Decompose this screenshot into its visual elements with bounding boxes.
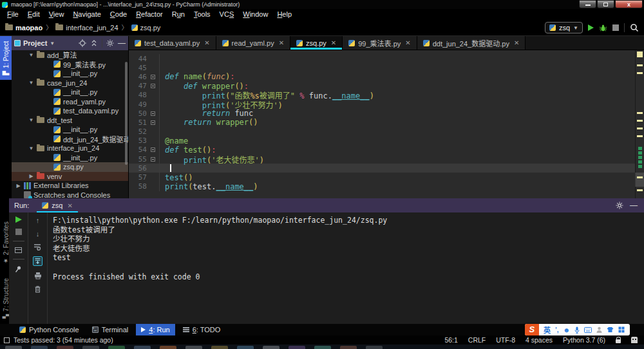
locate-file-icon[interactable] <box>79 39 86 47</box>
menu-item-vcs[interactable]: VCS <box>215 9 239 19</box>
breadcrumb-item-interface_jun_24[interactable]: interface_jun_24 <box>55 24 118 32</box>
tree-item-test_data.yaml.py[interactable]: test_data.yaml.py <box>12 106 128 116</box>
close-icon[interactable]: ✕ <box>514 39 519 46</box>
line-number[interactable]: 48 <box>129 91 151 99</box>
ime-skin-icon[interactable] <box>607 326 614 333</box>
tree-item-__init__.py[interactable]: __init__.py <box>12 69 128 79</box>
close-icon[interactable]: ✕ <box>331 39 336 46</box>
status-caret-position[interactable]: 56:1 <box>444 336 457 344</box>
menu-item-navigate[interactable]: Navigate <box>68 9 105 19</box>
code-line-44[interactable]: 44 <box>129 54 635 63</box>
soft-wrap-icon[interactable] <box>33 243 42 250</box>
menu-item-help[interactable]: Help <box>272 9 296 19</box>
status-line-ending[interactable]: CRLF <box>468 336 486 344</box>
line-number[interactable]: 44 <box>129 55 151 63</box>
line-number[interactable]: 52 <box>129 127 151 136</box>
fold-marker-icon[interactable] <box>151 111 155 116</box>
toolwindow-button-terminal[interactable]: Terminal <box>87 324 134 335</box>
close-icon[interactable]: ✕ <box>67 202 72 209</box>
code-line-51[interactable]: 51 return wrapper() <box>129 118 635 127</box>
ime-language-toggle[interactable]: 英 <box>544 325 551 335</box>
menu-item-file[interactable]: File <box>3 9 23 19</box>
line-number[interactable]: 49 <box>129 100 151 109</box>
run-button[interactable] <box>588 24 594 31</box>
tree-item-read_yaml.py[interactable]: read_yaml.py <box>12 97 128 107</box>
tree-item-venv[interactable]: ▶venv <box>12 172 128 182</box>
close-icon[interactable]: ✕ <box>279 39 284 46</box>
tree-expand-icon[interactable]: ▶ <box>28 173 34 179</box>
toolwindow-button-python-console[interactable]: Python Console <box>14 324 84 335</box>
restore-button[interactable] <box>597 0 614 8</box>
print-icon[interactable] <box>34 272 42 279</box>
tree-item-External Libraries[interactable]: ▶External Libraries <box>12 181 128 191</box>
code-line-45[interactable]: 45 <box>129 63 635 72</box>
run-console-output[interactable]: F:\install\python\python.exe F:/learn/py… <box>48 212 644 324</box>
tree-collapse-icon[interactable]: ▼ <box>28 117 34 123</box>
line-number[interactable]: 57 <box>129 173 151 182</box>
code-line-58[interactable]: 58print(test.__name__) <box>129 182 635 191</box>
tool-strip-project[interactable]: ▛ 1: Project <box>0 36 12 80</box>
menu-item-window[interactable]: Window <box>238 9 272 19</box>
editor-tab-zsq.py[interactable]: zsq.py✕ <box>290 36 343 50</box>
code-line-56[interactable]: 56 <box>129 164 635 173</box>
tree-item-Scratches and Consoles[interactable]: Scratches and Consoles <box>12 191 128 199</box>
ime-mic-icon[interactable] <box>574 326 580 334</box>
up-stacktrace-icon[interactable]: ↑ <box>36 216 40 224</box>
line-number[interactable]: 50 <box>129 109 151 118</box>
menu-item-edit[interactable]: Edit <box>23 9 44 19</box>
close-button[interactable]: x <box>615 0 643 8</box>
tree-item-ddt_test[interactable]: ▼ddt_test <box>12 116 128 126</box>
tree-item-add_算法[interactable]: ▼add_算法 <box>12 50 128 60</box>
tree-item-ddt_jun_24_数据驱动.py[interactable]: ddt_jun_24_数据驱动.py <box>12 135 128 144</box>
search-icon[interactable] <box>630 23 639 32</box>
editor-tab-read_yaml.py[interactable]: read_yaml.py✕ <box>216 36 290 50</box>
menu-item-view[interactable]: View <box>44 9 69 19</box>
down-stacktrace-icon[interactable]: ↓ <box>36 230 40 238</box>
line-number[interactable]: 45 <box>129 64 151 72</box>
pin-icon[interactable] <box>15 265 22 273</box>
chevron-down-icon[interactable]: ▼ <box>50 41 55 46</box>
line-number[interactable]: 51 <box>129 118 151 127</box>
gear-icon[interactable] <box>616 202 623 209</box>
menu-item-tools[interactable]: Tools <box>189 9 215 19</box>
fold-marker-icon[interactable] <box>151 120 155 125</box>
editor-error-stripe[interactable] <box>635 50 644 198</box>
toolwindow-button--run[interactable]: 4: Run <box>136 324 175 335</box>
ime-keyboard-icon[interactable] <box>584 327 592 333</box>
ime-punctuation-toggle[interactable]: ’, <box>555 326 559 334</box>
status-python-interpreter[interactable]: Python 3.7 (6) <box>563 336 605 344</box>
fold-marker-icon[interactable] <box>151 75 155 79</box>
gear-icon[interactable] <box>106 39 114 47</box>
restore-layout-icon[interactable] <box>15 247 22 253</box>
line-number[interactable]: 47 <box>129 82 151 90</box>
tree-item-interface_jun_24[interactable]: ▼interface_jun_24 <box>12 144 128 153</box>
tree-item-__init__.py[interactable]: __init__.py <box>12 125 128 135</box>
fold-gutter[interactable] <box>151 118 160 127</box>
toolwindow-button--todo[interactable]: 6: TODO <box>178 324 226 335</box>
line-number[interactable]: 56 <box>129 164 151 173</box>
sogou-logo-icon[interactable]: S <box>525 324 539 335</box>
ime-toolbox-icon[interactable] <box>618 326 625 333</box>
inspections-hector-icon[interactable] <box>631 337 638 343</box>
lock-icon[interactable] <box>616 339 621 343</box>
hide-panel-icon[interactable]: — <box>118 40 126 46</box>
trash-icon[interactable] <box>34 285 41 293</box>
tree-expand-icon[interactable]: ▶ <box>15 183 21 189</box>
status-file-encoding[interactable]: UTF-8 <box>496 336 515 344</box>
menu-item-refactor[interactable]: Refactor <box>131 9 167 19</box>
ime-emoji-icon[interactable]: ☻ <box>563 326 570 334</box>
line-number[interactable]: 58 <box>129 182 151 191</box>
run-config-select[interactable]: zsq ▼ <box>545 22 583 33</box>
code-line-52[interactable]: 52 <box>129 127 635 137</box>
fold-gutter[interactable] <box>151 109 160 118</box>
code-line-46[interactable]: 46def name(func): <box>129 72 635 81</box>
minimize-button[interactable] <box>579 0 596 8</box>
editor-tab-99_乘法表.py[interactable]: 99_乘法表.py✕ <box>343 36 417 50</box>
hide-panel-icon[interactable]: — <box>630 202 638 209</box>
inspection-indicator[interactable] <box>637 52 643 57</box>
editor-tab-test_data.yaml.py[interactable]: test_data.yaml.py✕ <box>129 36 216 50</box>
tree-collapse-icon[interactable]: ▼ <box>28 146 34 151</box>
close-icon[interactable]: ✕ <box>204 39 209 46</box>
run-console-tab[interactable]: zsq ✕ <box>37 198 78 212</box>
line-number[interactable]: 53 <box>129 137 151 145</box>
